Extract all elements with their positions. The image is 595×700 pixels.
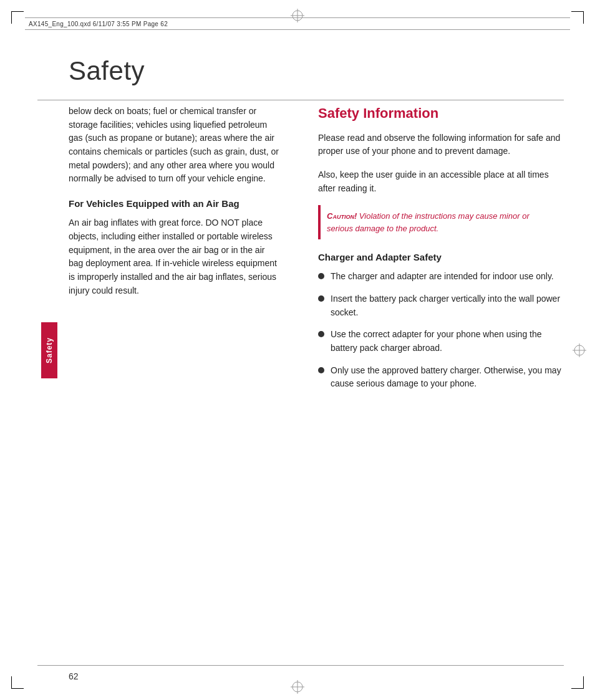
bullet-dot xyxy=(318,367,324,373)
bullet-text-1: The charger and adapter are intended for… xyxy=(331,270,554,284)
caution-text: Caution! Violation of the instructions m… xyxy=(327,210,558,234)
caution-box: Caution! Violation of the instructions m… xyxy=(318,205,564,239)
corner-mark-tr xyxy=(571,11,584,24)
left-intro-text: below deck on boats; fuel or chemical tr… xyxy=(69,105,281,186)
bullet-dot xyxy=(318,331,324,337)
page-title: Safety xyxy=(69,56,145,86)
header-text: AX145_Eng_100.qxd 6/11/07 3:55 PM Page 6… xyxy=(29,21,168,27)
list-item: Insert the battery pack charger vertical… xyxy=(318,292,564,319)
content-area: Safety below deck on boats; fuel or chem… xyxy=(37,105,564,650)
top-divider xyxy=(37,100,564,100)
caution-label: Caution! xyxy=(327,211,357,221)
charger-heading: Charger and Adapter Safety xyxy=(318,251,564,264)
corner-mark-tl xyxy=(11,11,24,24)
bullet-text-4: Only use the approved battery charger. O… xyxy=(331,364,564,391)
bullet-text-3: Use the correct adapter for your phone w… xyxy=(331,328,564,355)
corner-mark-bl xyxy=(11,676,24,689)
safety-intro-para1: Please read and observe the following in… xyxy=(318,132,564,158)
list-item: Only use the approved battery charger. O… xyxy=(318,364,564,391)
right-column: Safety Information Please read and obser… xyxy=(299,105,564,650)
list-item: Use the correct adapter for your phone w… xyxy=(318,328,564,355)
sidebar-tab: Safety xyxy=(41,322,57,378)
safety-intro-para2: Also, keep the user guide in an accessib… xyxy=(318,168,564,195)
reg-mark-right xyxy=(573,343,586,357)
bullet-text-2: Insert the battery pack charger vertical… xyxy=(331,292,564,319)
air-bag-body: An air bag inflates with great force. DO… xyxy=(69,216,281,297)
header-bar: AX145_Eng_100.qxd 6/11/07 3:55 PM Page 6… xyxy=(25,17,570,30)
reg-mark-bottom xyxy=(291,680,304,694)
safety-info-heading: Safety Information xyxy=(318,105,564,123)
left-column: Safety below deck on boats; fuel or chem… xyxy=(37,105,299,650)
corner-mark-br xyxy=(571,676,584,689)
caution-body: Violation of the instructions may cause … xyxy=(327,211,530,233)
bullet-list: The charger and adapter are intended for… xyxy=(318,270,564,391)
bullet-dot xyxy=(318,273,324,279)
sidebar-label: Safety xyxy=(45,337,54,363)
bullet-dot xyxy=(318,295,324,302)
page-number: 62 xyxy=(69,671,79,681)
bottom-divider xyxy=(37,665,564,666)
air-bag-heading: For Vehicles Equipped with an Air Bag xyxy=(69,197,281,210)
list-item: The charger and adapter are intended for… xyxy=(318,270,564,284)
